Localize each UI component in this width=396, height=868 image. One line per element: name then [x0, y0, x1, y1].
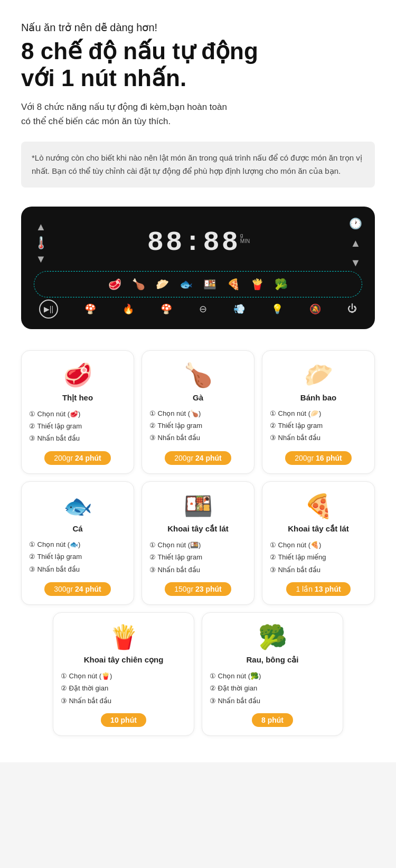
card-icon-khoai-1: 🍱 [184, 492, 213, 520]
card-icon-ga: 🍗 [184, 361, 213, 389]
step-2: ② Thiết lập miếng [270, 551, 367, 563]
time-up-icon[interactable]: ▲ [351, 237, 361, 249]
card-thit-heo: 🥩 Thịt heo ① Chọn nút (🥩) ② Thiết lập gr… [21, 350, 134, 474]
step-1: ① Chọn nút (🍗) [149, 407, 247, 419]
mode-icon-2[interactable]: 🍄 [161, 303, 172, 315]
timer-display: 88:88 [147, 227, 240, 258]
step-1: ① Chọn nút (🥟) [270, 407, 367, 419]
step-1: ① Chọn nút (🥦) [210, 670, 335, 682]
card-ga: 🍗 Gà ① Chọn nút (🍗) ② Thiết lập gram ③ N… [142, 350, 254, 474]
card-steps-thit-heo: ① Chọn nút (🥩) ② Thiết lập gram ③ Nhấn b… [29, 408, 126, 445]
step-2: ② Thiết lập gram [149, 551, 247, 563]
unit-min: MIN [240, 238, 250, 244]
food-btn-broccoli[interactable]: 🥦 [269, 276, 293, 293]
card-badge-khoai-2: 1 lần 13 phút [286, 582, 350, 596]
card-badge-thit-heo: 200gr 24 phút [44, 451, 110, 465]
card-title-khoai-chien: Khoai tây chiên cọng [84, 655, 164, 665]
card-badge-khoai-1: 150gr 23 phút [165, 582, 231, 596]
card-icon-rau: 🥦 [258, 623, 287, 651]
step-1: ① Chọn nút (🍕) [270, 539, 367, 551]
card-rau: 🥦 Rau, bông cải ① Chọn nút (🥦) ② Đặt thờ… [202, 612, 343, 736]
card-title-rau: Rau, bông cải [247, 655, 299, 665]
power-icon[interactable]: ⏻ [347, 303, 357, 314]
step-2: ② Thiết lập gram [29, 420, 126, 432]
food-btn-dumpling[interactable]: 🥟 [150, 276, 174, 293]
card-steps-ca: ① Chọn nút (🐟) ② Thiết lập gram ③ Nhấn b… [29, 538, 126, 575]
card-title-ga: Gà [193, 393, 203, 402]
play-pause-button[interactable]: ▶|| [39, 300, 58, 319]
panel-top-row: ▲ 🌡️ ▼ 88:88 g MIN 🕐 ▲ ▼ [34, 217, 362, 269]
description: Với 8 chức năng nấu tự động đi kèm,bạn h… [21, 100, 375, 128]
card-ca: 🐟 Cá ① Chọn nút (🐟) ② Thiết lập gram ③ N… [21, 481, 134, 605]
card-khoai-1: 🍱 Khoai tây cắt lát ① Chọn nút (🍱) ② Thi… [142, 481, 254, 605]
card-steps-banh-bao: ① Chọn nút (🥟) ② Thiết lập gram ③ Nhấn b… [270, 407, 367, 444]
card-icon-thit-heo: 🥩 [63, 361, 92, 389]
temp-down-icon[interactable]: ▼ [36, 253, 46, 265]
thermometer-icon: 🌡️ [34, 236, 48, 250]
card-title-thit-heo: Thịt heo [62, 393, 93, 403]
card-steps-ga: ① Chọn nút (🍗) ② Thiết lập gram ③ Nhấn b… [149, 407, 247, 444]
card-badge-banh-bao: 200gr 16 phút [285, 451, 351, 465]
airflow-icon[interactable]: 💨 [233, 303, 245, 315]
mute-icon[interactable]: 🔕 [309, 303, 321, 315]
food-btn-meat[interactable]: 🥩 [103, 276, 127, 293]
step-1: ① Chọn nút (🥩) [29, 408, 126, 420]
food-btn-fish[interactable]: 🐟 [174, 276, 198, 293]
step-3: ③ Nhấn bắt đầu [270, 564, 367, 576]
step-1: ① Chọn nút (🍟) [61, 670, 186, 682]
step-3: ③ Nhấn bắt đầu [210, 695, 335, 707]
card-badge-rau: 8 phút [252, 713, 293, 727]
food-btn-pizza[interactable]: 🍕 [222, 276, 246, 293]
step-3: ③ Nhấn bắt đầu [61, 695, 186, 707]
card-title-ca: Cá [72, 524, 82, 533]
cards-grid-row1: 🥩 Thịt heo ① Chọn nút (🥩) ② Thiết lập gr… [21, 350, 375, 474]
card-badge-ga: 200gr 24 phút [165, 451, 231, 465]
step-2: ② Đặt thời gian [210, 682, 335, 694]
time-down-icon[interactable]: ▼ [351, 257, 361, 269]
card-icon-banh-bao: 🥟 [304, 361, 333, 389]
clock-controls: 🕐 ▲ ▼ [349, 217, 362, 269]
card-icon-khoai-chien: 🍟 [109, 623, 138, 651]
step-3: ③ Nhấn bắt đầu [29, 432, 126, 444]
cards-grid-row2: 🐟 Cá ① Chọn nút (🐟) ② Thiết lập gram ③ N… [21, 481, 375, 605]
card-title-banh-bao: Bánh bao [300, 393, 336, 402]
bottom-icons-row: ▶|| 🍄 🔥 🍄 ⊖ 💨 💡 🔕 ⏻ [34, 300, 362, 319]
subtitle: Nấu ăn trở nên dễ dàng hơn! [21, 21, 375, 34]
step-1: ① Chọn nút (🐟) [29, 538, 126, 550]
card-steps-khoai-2: ① Chọn nút (🍕) ② Thiết lập miếng ③ Nhấn … [270, 539, 367, 576]
mode-icon-1[interactable]: 🍄 [84, 303, 96, 315]
temp-up-icon[interactable]: ▲ [36, 221, 46, 233]
step-2: ② Đặt thời gian [61, 682, 186, 694]
clock-icon: 🕐 [349, 217, 362, 230]
temp-controls: ▲ 🌡️ ▼ [34, 221, 48, 265]
card-title-khoai-2: Khoai tây cắt lát [288, 524, 349, 534]
card-khoai-chien: 🍟 Khoai tây chiên cọng ① Chọn nút (🍟) ② … [53, 612, 194, 736]
step-3: ③ Nhấn bắt đầu [270, 432, 367, 444]
card-steps-rau: ① Chọn nút (🥦) ② Đặt thời gian ③ Nhấn bắ… [210, 670, 335, 707]
step-3: ③ Nhấn bắt đầu [149, 432, 247, 444]
step-2: ② Thiết lập gram [29, 550, 126, 563]
card-icon-khoai-2: 🍕 [304, 492, 333, 520]
step-2: ② Thiết lập gram [149, 419, 247, 432]
circle-icon[interactable]: ⊖ [199, 303, 207, 315]
card-banh-bao: 🥟 Bánh bao ① Chọn nút (🥟) ② Thiết lập gr… [262, 350, 375, 474]
card-title-khoai-1: Khoai tây cắt lát [167, 524, 229, 534]
main-title: 8 chế độ nấu tự độngvới 1 nút nhấn. [21, 38, 375, 91]
food-btn-fries[interactable]: 🍟 [246, 276, 269, 293]
step-3: ③ Nhấn bắt đầu [29, 563, 126, 575]
card-steps-khoai-1: ① Chọn nút (🍱) ② Thiết lập gram ③ Nhấn b… [149, 539, 247, 576]
page-wrapper: Nấu ăn trở nên dễ dàng hơn! 8 chế độ nấu… [0, 0, 396, 762]
light-icon[interactable]: 💡 [271, 303, 283, 315]
timer-wrapper: 88:88 g MIN [48, 227, 349, 258]
food-btn-rolls[interactable]: 🍱 [198, 276, 222, 293]
card-steps-khoai-chien: ① Chọn nút (🍟) ② Đặt thời gian ③ Nhấn bắ… [61, 670, 186, 707]
flame-icon[interactable]: 🔥 [122, 303, 134, 315]
card-badge-khoai-chien: 10 phút [101, 713, 146, 727]
food-btn-chicken[interactable]: 🍗 [127, 276, 150, 293]
step-2: ② Thiết lập gram [270, 419, 367, 432]
unit-g: g [240, 232, 243, 238]
control-panel: ▲ 🌡️ ▼ 88:88 g MIN 🕐 ▲ ▼ [21, 207, 375, 329]
note-box: *Lò nướng còn cho biết khi nào nên lật m… [21, 142, 375, 188]
card-badge-ca: 300gr 24 phút [44, 582, 110, 596]
food-buttons-row: 🥩 🍗 🥟 🐟 🍱 🍕 🍟 🥦 [34, 271, 362, 297]
